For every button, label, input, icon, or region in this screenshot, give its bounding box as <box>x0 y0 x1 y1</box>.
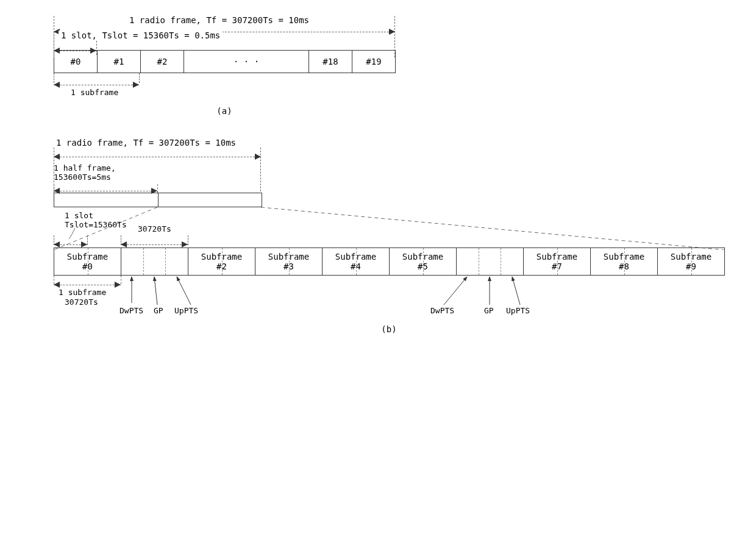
half-frame-label-1: 1 half frame, <box>54 163 261 173</box>
subframe-9: Subframe #9 <box>658 248 725 275</box>
subframe-6-special <box>457 248 524 275</box>
panel-b-tag: (b) <box>54 324 724 334</box>
svg-line-5 <box>444 277 467 305</box>
subframe-3: Subframe #3 <box>255 248 323 275</box>
uppts-1: UpPTS <box>174 306 198 315</box>
uppts-2: UpPTS <box>506 306 530 315</box>
gp-2: GP <box>484 306 494 315</box>
subframe-2: Subframe #2 <box>188 248 255 275</box>
subframe-4: Subframe #4 <box>323 248 390 275</box>
svg-line-4 <box>177 277 191 305</box>
slot-cell-19: #19 <box>352 51 396 73</box>
slot-cell-2: #2 <box>141 51 184 73</box>
subframe-5: Subframe #5 <box>390 248 457 275</box>
half-frame-2 <box>159 193 262 207</box>
half-frame-row <box>54 193 262 207</box>
slot-dim: 1 slot, Tslot = 15360Ts = 0.5ms <box>54 33 395 48</box>
half-frame-dim: 1 half frame, 153600Ts=5ms <box>54 163 261 182</box>
radio-frame-label-b: 1 radio frame, Tf = 307200Ts = 10ms <box>54 138 238 148</box>
half-frame-1 <box>54 193 159 207</box>
radio-frame-dim-b: 1 radio frame, Tf = 307200Ts = 10ms <box>54 140 261 151</box>
slot-label-b-1: 1 slot <box>65 211 127 220</box>
subframe-below-1: 1 subframe <box>59 288 106 297</box>
pointer-zone: 1 subframe 30720Ts DwPTS GP UpPTS DwPTS … <box>54 276 724 324</box>
radio-frame-dim: 1 radio frame, Tf = 307200Ts = 10ms <box>54 17 395 28</box>
slot-label-group: 1 slot Tslot=15360Ts <box>65 211 127 229</box>
slot-row: #0 #1 #2 · · · #18 #19 <box>54 50 396 73</box>
slot-cell-1: #1 <box>98 51 141 73</box>
svg-line-7 <box>512 277 520 305</box>
panel-a-tag: (a) <box>54 106 395 116</box>
subframe-dim: 1 subframe <box>54 76 395 100</box>
subframe-duration: 30720Ts <box>138 224 171 233</box>
panel-b: 1 radio frame, Tf = 307200Ts = 10ms 1 ha… <box>35 140 749 334</box>
slot-label: 1 slot, Tslot = 15360Ts = 0.5ms <box>59 30 223 40</box>
subframe-0: Subframe #0 <box>54 248 121 275</box>
subframe-7: Subframe #7 <box>524 248 591 275</box>
dwpts-2: DwPTS <box>430 306 454 315</box>
subframe-label: 1 subframe <box>71 88 118 97</box>
subframe-row: Subframe #0 Subframe #2 Subframe #3 Subf… <box>54 247 725 276</box>
gp-1: GP <box>154 306 163 315</box>
subframe-below-2: 30720Ts <box>65 297 98 307</box>
panel-a: 1 radio frame, Tf = 307200Ts = 10ms 1 sl… <box>54 17 749 116</box>
slot-cell-0: #0 <box>54 51 98 73</box>
subframe-8: Subframe #8 <box>591 248 658 275</box>
half-frame-label-2: 153600Ts=5ms <box>54 173 261 182</box>
subframe-1-special <box>121 248 188 275</box>
svg-line-3 <box>154 277 157 305</box>
dwpts-1: DwPTS <box>119 306 143 315</box>
radio-frame-label: 1 radio frame, Tf = 307200Ts = 10ms <box>127 15 312 25</box>
slot-cell-18: #18 <box>309 51 352 73</box>
slot-cell-ellipsis: · · · <box>184 51 309 73</box>
